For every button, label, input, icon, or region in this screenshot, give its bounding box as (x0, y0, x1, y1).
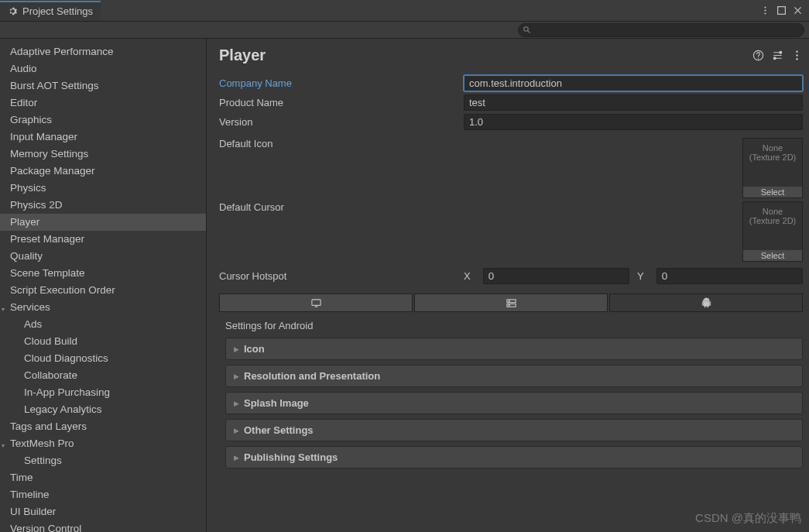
platform-tabs (219, 293, 803, 312)
svg-point-4 (524, 26, 529, 31)
overflow-menu-icon[interactable] (760, 5, 770, 15)
sidebar-item-services[interactable]: Services (0, 299, 206, 316)
svg-point-16 (704, 299, 705, 300)
sidebar-item-adaptive-performance[interactable]: Adaptive Performance (0, 43, 206, 60)
sidebar-item-cloud-diagnostics[interactable]: Cloud Diagnostics (0, 350, 206, 367)
sidebar-item-in-app-purchasing[interactable]: In-App Purchasing (0, 384, 206, 401)
sidebar-item-scene-template[interactable]: Scene Template (0, 265, 206, 282)
version-input[interactable] (464, 114, 803, 130)
svg-point-6 (780, 51, 782, 53)
hotspot-x-input[interactable] (483, 268, 629, 284)
product-name-label: Product Name (219, 97, 464, 108)
help-icon[interactable] (752, 50, 764, 61)
svg-rect-11 (311, 299, 320, 305)
default-icon-asset[interactable]: None (Texture 2D) Select (742, 138, 803, 198)
sidebar-item-graphics[interactable]: Graphics (0, 112, 206, 129)
svg-point-8 (796, 51, 797, 53)
sidebar-item-input-manager[interactable]: Input Manager (0, 129, 206, 146)
overflow-icon[interactable] (791, 50, 803, 61)
svg-point-15 (509, 304, 509, 305)
foldout-resolution-and-presentation[interactable]: ▶Resolution and Presentation (225, 365, 803, 387)
sidebar-item-collaborate[interactable]: Collaborate (0, 367, 206, 384)
tab-server[interactable] (414, 293, 608, 312)
default-icon-label: Default Icon (219, 138, 464, 149)
sidebar-item-settings[interactable]: Settings (0, 452, 206, 469)
hotspot-y-label: Y (637, 270, 649, 282)
sidebar-item-player[interactable]: Player (0, 214, 206, 231)
close-icon[interactable] (793, 5, 803, 15)
select-icon-button[interactable]: Select (743, 187, 802, 197)
sidebar-item-tags-and-layers[interactable]: Tags and Layers (0, 418, 206, 435)
svg-rect-3 (778, 7, 786, 15)
company-name-input[interactable] (464, 75, 803, 91)
sidebar-item-memory-settings[interactable]: Memory Settings (0, 146, 206, 163)
gear-icon (8, 6, 18, 16)
sidebar-item-editor[interactable]: Editor (0, 94, 206, 112)
foldout-icon[interactable]: ▶Icon (225, 338, 803, 360)
sidebar-item-legacy-analytics[interactable]: Legacy Analytics (0, 401, 206, 418)
chevron-right-icon: ▶ (234, 372, 239, 380)
search-icon (523, 26, 531, 34)
svg-point-2 (764, 13, 766, 15)
select-cursor-button[interactable]: Select (743, 250, 802, 261)
svg-point-17 (707, 299, 708, 300)
company-name-label: Company Name (219, 77, 464, 89)
asset-hint-text: (Texture 2D) (749, 216, 797, 225)
sidebar-item-burst-aot-settings[interactable]: Burst AOT Settings (0, 77, 206, 94)
hotspot-y-input[interactable] (656, 268, 803, 284)
svg-point-14 (509, 300, 509, 301)
sidebar-item-ads[interactable]: Ads (0, 316, 206, 333)
sidebar-item-quality[interactable]: Quality (0, 248, 206, 265)
svg-point-7 (773, 57, 776, 60)
searchbar (0, 22, 809, 39)
sidebar-item-preset-manager[interactable]: Preset Manager (0, 231, 206, 248)
foldout-label: Resolution and Presentation (244, 370, 380, 382)
window-title: Project Settings (22, 5, 93, 17)
sidebar-item-textmesh-pro[interactable]: TextMesh Pro (0, 435, 206, 452)
window-tab[interactable]: Project Settings (0, 1, 101, 21)
page-title: Player (219, 46, 266, 64)
sidebar-item-package-manager[interactable]: Package Manager (0, 163, 206, 180)
asset-none-text: None (749, 143, 797, 153)
preset-icon[interactable] (772, 50, 783, 61)
server-icon (506, 297, 517, 309)
foldout-label: Publishing Settings (244, 451, 338, 463)
foldout-splash-image[interactable]: ▶Splash Image (225, 392, 803, 414)
desktop-icon (310, 297, 322, 309)
titlebar: Project Settings (0, 0, 809, 22)
sidebar-item-physics[interactable]: Physics (0, 180, 206, 197)
svg-point-10 (796, 58, 797, 60)
default-cursor-asset[interactable]: None (Texture 2D) Select (742, 201, 803, 262)
settings-for-label: Settings for Android (225, 320, 803, 331)
search-input[interactable] (518, 23, 804, 37)
svg-point-1 (764, 9, 766, 11)
foldout-label: Other Settings (244, 424, 314, 436)
product-name-input[interactable] (464, 94, 803, 111)
default-cursor-label: Default Cursor (219, 201, 464, 213)
sidebar-item-audio[interactable]: Audio (0, 60, 206, 77)
sidebar-item-script-execution-order[interactable]: Script Execution Order (0, 282, 206, 299)
chevron-right-icon: ▶ (234, 454, 239, 462)
hotspot-x-label: X (464, 270, 475, 282)
tab-android[interactable] (609, 293, 803, 312)
tab-standalone[interactable] (219, 293, 413, 312)
sidebar-item-physics-2d[interactable]: Physics 2D (0, 197, 206, 214)
asset-hint-text: (Texture 2D) (749, 153, 797, 162)
chevron-right-icon: ▶ (234, 427, 239, 434)
content-panel: Player Company Name Product Name Version… (207, 39, 809, 532)
sidebar-item-version-control[interactable]: Version Control (0, 520, 206, 532)
chevron-right-icon: ▶ (234, 345, 239, 353)
android-icon (701, 297, 712, 309)
sidebar-item-time[interactable]: Time (0, 469, 206, 486)
version-label: Version (219, 116, 464, 128)
asset-none-text: None (749, 207, 797, 216)
foldout-other-settings[interactable]: ▶Other Settings (225, 419, 803, 441)
foldout-publishing-settings[interactable]: ▶Publishing Settings (225, 446, 803, 469)
sidebar-item-timeline[interactable]: Timeline (0, 486, 206, 503)
chevron-right-icon: ▶ (234, 400, 239, 407)
maximize-icon[interactable] (776, 5, 787, 15)
sidebar-item-cloud-build[interactable]: Cloud Build (0, 333, 206, 350)
foldout-label: Icon (244, 343, 265, 355)
sidebar: Adaptive PerformanceAudioBurst AOT Setti… (0, 39, 207, 532)
sidebar-item-ui-builder[interactable]: UI Builder (0, 503, 206, 520)
